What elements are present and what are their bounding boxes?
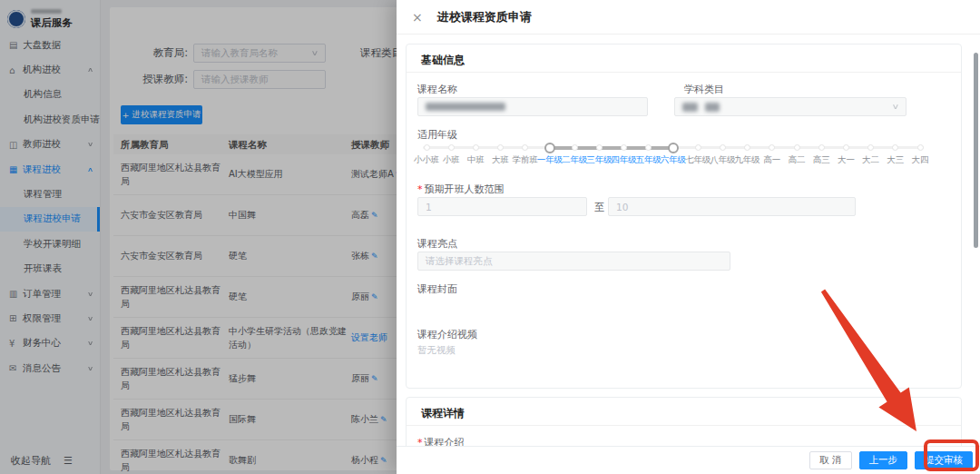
slider-dot: [720, 144, 726, 151]
class-size-to-label: 至: [594, 201, 604, 214]
grade-range-slider[interactable]: 小小班小班中班大班学前班一年级二年级三年级四年级五年级六年级七年级八年级九年级高…: [417, 141, 926, 172]
cancel-button[interactable]: 取 消: [809, 451, 851, 469]
course-video-label: 课程介绍视频: [417, 328, 477, 341]
slider-mark-label[interactable]: 四年级: [611, 154, 637, 166]
slider-dot: [448, 144, 455, 151]
grade-range-label: 适用年级: [417, 128, 457, 142]
slider-dot: [892, 144, 898, 151]
slider-dot: [621, 144, 627, 151]
slider-handle-start[interactable]: [544, 143, 555, 153]
slider-dot: [794, 144, 800, 151]
slider-mark-label[interactable]: 中班: [467, 154, 485, 166]
slider-dot: [867, 144, 874, 151]
drawer-mask-overlay[interactable]: [0, 0, 397, 474]
drawer-footer: 取 消 上一步 提交审核: [397, 446, 980, 474]
slider-mark-label[interactable]: 大四: [912, 154, 929, 166]
slider-dot: [818, 144, 825, 151]
course-highlight-label: 课程亮点: [417, 237, 457, 251]
slider-mark-label[interactable]: 二年级: [562, 154, 588, 166]
slider-handle-end[interactable]: [668, 143, 679, 153]
slider-mark-label[interactable]: 大三: [887, 154, 904, 166]
slider-mark-label[interactable]: 高一: [763, 154, 780, 166]
previous-step-button[interactable]: 上一步: [859, 451, 908, 469]
course-detail-section-title: 课程详情: [421, 406, 465, 421]
slider-mark-label[interactable]: 三年级: [586, 154, 612, 166]
slider-dot: [522, 144, 528, 151]
course-highlight-input: 请选择课程亮点: [417, 252, 730, 271]
slider-mark-label[interactable]: 小班: [443, 154, 460, 166]
course-name-label: 课程名称: [417, 83, 457, 96]
slider-dot: [596, 144, 603, 151]
slider-mark-label[interactable]: 六年级: [661, 154, 687, 166]
class-size-min-input: 1: [417, 197, 587, 216]
slider-mark-label[interactable]: 高二: [789, 154, 806, 166]
slider-mark-label[interactable]: 学前班: [513, 154, 539, 166]
slider-dot: [473, 144, 479, 151]
slider-mark-label[interactable]: 大班: [492, 154, 509, 166]
drawer-title: 进校课程资质申请: [437, 9, 532, 25]
class-size-max-input: 10: [608, 197, 856, 216]
required-asterisk: *: [417, 183, 423, 195]
subject-category-select: ∨: [674, 97, 906, 116]
close-icon[interactable]: ×: [412, 11, 423, 24]
drawer-header: × 进校课程资质申请: [397, 0, 980, 35]
slider-mark-label[interactable]: 七年级: [685, 154, 711, 166]
slider-mark-label[interactable]: 一年级: [537, 154, 564, 166]
drawer-scrollbar-thumb[interactable]: [974, 53, 978, 248]
subject-category-label: 学科类目: [684, 83, 724, 96]
no-video-text: 暂无视频: [417, 344, 456, 357]
slider-dot: [424, 144, 430, 151]
slider-dot: [769, 144, 775, 151]
course-name-value-redacted: [426, 103, 505, 111]
course-name-input: [417, 97, 648, 116]
slider-mark-label[interactable]: 大二: [862, 154, 879, 166]
slider-mark-label[interactable]: 高三: [813, 154, 830, 166]
slider-dot: [917, 144, 924, 151]
slider-mark-label[interactable]: 大一: [838, 154, 855, 166]
slider-mark-label[interactable]: 小小班: [414, 154, 440, 166]
slider-dot: [843, 144, 849, 151]
course-cover-label: 课程封面: [417, 282, 457, 296]
qualification-drawer: × 进校课程资质申请 基础信息 课程名称 学科类目 ∨ 适用年级 小小班小班中班…: [397, 0, 980, 474]
slider-dot: [744, 144, 750, 151]
basic-info-card: 基础信息 课程名称 学科类目 ∨ 适用年级 小小班小班中班大班学前班一年级二年级…: [406, 44, 962, 389]
slider-dot: [645, 144, 652, 151]
slider-dot: [572, 144, 578, 151]
slider-mark-label[interactable]: 八年级: [710, 154, 736, 166]
class-size-label: *预期开班人数范围: [417, 183, 505, 196]
slider-mark-label[interactable]: 五年级: [636, 154, 662, 166]
slider-dot: [497, 144, 504, 151]
basic-info-section-title: 基础信息: [421, 53, 465, 68]
submit-review-button[interactable]: 提交审核: [915, 451, 973, 469]
chevron-down-icon: ∨: [892, 103, 900, 111]
slider-dot: [695, 144, 701, 151]
app-window: 课后服务 ▤大盘数据⌂机构进校∧机构信息机构进校资质申请◫教师进校∨▦课程进校∧…: [0, 0, 980, 474]
slider-selected-track: [550, 146, 673, 150]
slider-mark-label[interactable]: 九年级: [734, 154, 760, 166]
